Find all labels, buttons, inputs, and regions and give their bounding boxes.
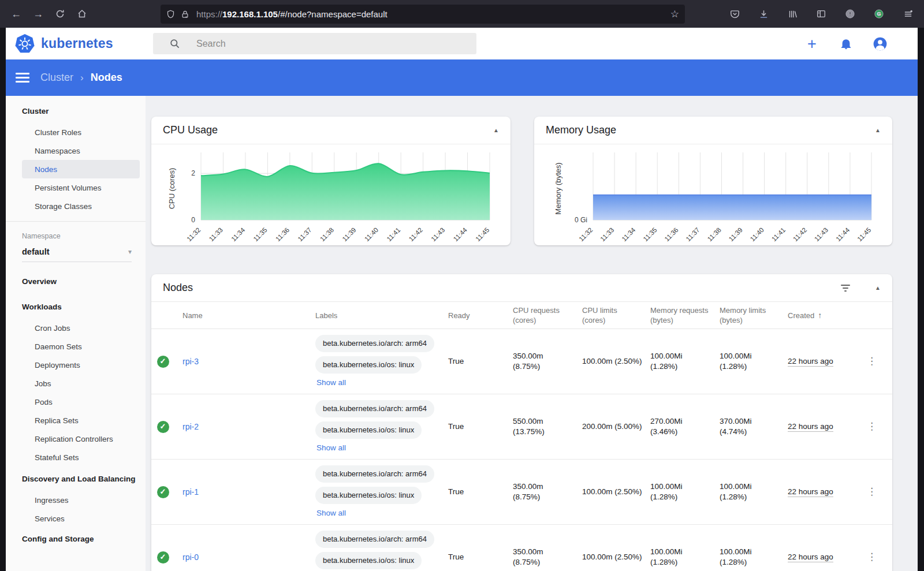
row-menu-icon[interactable]: ⋮ bbox=[859, 552, 892, 562]
col-created: Created bbox=[788, 311, 814, 320]
node-created: 22 hours ago bbox=[788, 357, 833, 367]
node-memory-limits: 370.00Mi (4.74%) bbox=[720, 416, 788, 437]
reload-icon[interactable] bbox=[51, 5, 69, 23]
chevron-down-icon: ▾ bbox=[128, 248, 132, 256]
table-row: ✓ rpi-1 beta.kubernetes.io/arch: arm64 b… bbox=[151, 460, 892, 525]
home-icon[interactable] bbox=[73, 5, 91, 23]
sidebar-item-services[interactable]: Services bbox=[22, 509, 140, 528]
kubernetes-brand[interactable]: kubernetes bbox=[6, 33, 153, 54]
show-all-link[interactable]: Show all bbox=[316, 378, 346, 388]
svg-text:0 Gi: 0 Gi bbox=[575, 216, 587, 224]
node-memory-limits: 100.00Mi (1.28%) bbox=[720, 351, 788, 372]
label-pill: beta.kubernetes.io/os: linux bbox=[315, 552, 422, 569]
window-edge-left bbox=[0, 28, 6, 571]
menu-icon[interactable] bbox=[899, 5, 917, 23]
svg-text:11:42: 11:42 bbox=[792, 226, 808, 242]
row-menu-icon[interactable]: ⋮ bbox=[859, 421, 892, 432]
breadcrumb-nodes: Nodes bbox=[91, 72, 122, 84]
back-icon[interactable]: ← bbox=[7, 5, 25, 23]
namespace-value: default bbox=[22, 247, 50, 256]
node-cpu-requests: 350.00m (8.75%) bbox=[513, 482, 582, 502]
label-pill: beta.kubernetes.io/os: linux bbox=[315, 356, 422, 374]
grammarly-icon[interactable]: G bbox=[870, 5, 888, 23]
breadcrumb-cluster[interactable]: Cluster bbox=[40, 72, 73, 84]
svg-text:11:45: 11:45 bbox=[856, 226, 872, 242]
label-pill: beta.kubernetes.io/arch: arm64 bbox=[315, 465, 434, 483]
sidebar-item-pods[interactable]: Pods bbox=[22, 393, 140, 411]
node-name-link[interactable]: rpi-0 bbox=[182, 553, 199, 562]
sidebar-item-storage-classes[interactable]: Storage Classes bbox=[22, 197, 140, 215]
sidebar-item-namespaces[interactable]: Namespaces bbox=[22, 141, 140, 160]
sidebar-item-nodes[interactable]: Nodes bbox=[22, 160, 140, 178]
node-cpu-requests: 350.00m (8.75%) bbox=[513, 351, 582, 372]
sidebar-item-jobs[interactable]: Jobs bbox=[22, 374, 140, 393]
sidebar-section-workloads[interactable]: Workloads bbox=[6, 293, 146, 319]
show-all-link[interactable]: Show all bbox=[316, 443, 346, 453]
sidebar-item-replication-controllers[interactable]: Replication Controllers bbox=[22, 430, 140, 448]
svg-text:11:35: 11:35 bbox=[252, 226, 269, 242]
nav-hamburger-icon[interactable] bbox=[16, 70, 29, 85]
svg-text:CPU (cores): CPU (cores) bbox=[167, 168, 176, 210]
node-name-link[interactable]: rpi-1 bbox=[182, 487, 199, 497]
node-name-link[interactable]: rpi-2 bbox=[182, 422, 199, 431]
node-ready-icon: ✓ bbox=[157, 356, 169, 368]
node-ready: True bbox=[448, 356, 513, 367]
svg-text:11:36: 11:36 bbox=[663, 226, 679, 242]
node-memory-limits: 100.00Mi (1.28%) bbox=[720, 482, 788, 502]
search-input[interactable] bbox=[196, 39, 439, 49]
col-cpu-limits: CPU limits (cores) bbox=[582, 302, 650, 329]
label-pill: beta.kubernetes.io/arch: arm64 bbox=[315, 400, 434, 417]
show-all-link[interactable]: Show all bbox=[316, 508, 346, 518]
svg-text:11:37: 11:37 bbox=[296, 226, 312, 242]
sidebar-item-overview[interactable]: Overview bbox=[6, 262, 146, 293]
collapse-icon[interactable]: ▲ bbox=[493, 127, 499, 133]
sidebar-item-ingresses[interactable]: Ingresses bbox=[22, 491, 140, 509]
node-ready: True bbox=[448, 421, 513, 432]
create-resource-button[interactable]: + bbox=[804, 36, 819, 51]
pocket-icon[interactable] bbox=[725, 5, 744, 23]
row-menu-icon[interactable]: ⋮ bbox=[859, 356, 892, 367]
row-menu-icon[interactable]: ⋮ bbox=[859, 487, 892, 497]
svg-text:11:38: 11:38 bbox=[706, 226, 722, 242]
sidebar-section-config-storage[interactable]: Config and Storage bbox=[6, 528, 146, 551]
node-cpu-limits: 100.00m (2.50%) bbox=[582, 487, 650, 497]
notifications-bell-icon[interactable] bbox=[839, 36, 854, 51]
filter-icon[interactable] bbox=[840, 284, 851, 292]
url-host: 192.168.1.105 bbox=[222, 9, 278, 19]
namespace-select[interactable]: default ▾ bbox=[22, 240, 132, 262]
col-memory-requests: Memory requests (bytes) bbox=[650, 302, 720, 329]
sidebar-item-cron-jobs[interactable]: Cron Jobs bbox=[22, 319, 140, 337]
memory-usage-card: Memory Usage ▲ 0 Gi11:3211:3311:3411:351… bbox=[534, 117, 892, 245]
collapse-icon[interactable]: ▲ bbox=[875, 285, 881, 291]
sidebar-item-cluster-roles[interactable]: Cluster Roles bbox=[22, 123, 140, 141]
sidebar-item-replica-sets[interactable]: Replica Sets bbox=[22, 411, 140, 430]
svg-text:11:39: 11:39 bbox=[341, 226, 357, 242]
sidebar-item-daemon-sets[interactable]: Daemon Sets bbox=[22, 337, 140, 356]
sidebar-section-cluster: Cluster bbox=[6, 99, 146, 123]
node-ready-icon: ✓ bbox=[157, 421, 169, 433]
node-memory-limits: 100.00Mi (1.28%) bbox=[720, 547, 788, 568]
sidebar-item-stateful-sets[interactable]: Stateful Sets bbox=[22, 448, 140, 466]
sort-arrow-icon[interactable]: ↑ bbox=[818, 311, 822, 320]
svg-text:11:40: 11:40 bbox=[749, 226, 765, 242]
sidebar-section-discovery[interactable]: Discovery and Load Balancing bbox=[6, 466, 146, 491]
svg-text:11:35: 11:35 bbox=[642, 226, 658, 242]
nodes-card: Nodes ▲ Name Labels Ready CPU requests (… bbox=[151, 274, 892, 571]
sidebar-item-persistent-volumes[interactable]: Persistent Volumes bbox=[22, 178, 140, 197]
onepassword-icon[interactable] bbox=[841, 5, 859, 23]
collapse-icon[interactable]: ▲ bbox=[875, 127, 881, 133]
url-bar[interactable]: https://192.168.1.105/#/node?namespace=d… bbox=[161, 5, 685, 24]
node-name-link[interactable]: rpi-3 bbox=[182, 357, 199, 366]
search-box[interactable] bbox=[153, 33, 476, 54]
account-avatar-icon[interactable] bbox=[873, 36, 888, 51]
svg-text:11:42: 11:42 bbox=[408, 226, 424, 242]
sidebar-item-deployments[interactable]: Deployments bbox=[22, 356, 140, 374]
table-header-row: Name Labels Ready CPU requests (cores) C… bbox=[151, 302, 892, 329]
downloads-icon[interactable] bbox=[754, 5, 773, 23]
sidebars-icon[interactable] bbox=[812, 5, 830, 23]
forward-icon[interactable]: → bbox=[29, 5, 47, 23]
bookmark-star-icon[interactable]: ☆ bbox=[670, 8, 679, 20]
brand-name: kubernetes bbox=[41, 36, 113, 51]
node-memory-requests: 100.00Mi (1.28%) bbox=[650, 482, 720, 502]
library-icon[interactable] bbox=[783, 5, 802, 23]
